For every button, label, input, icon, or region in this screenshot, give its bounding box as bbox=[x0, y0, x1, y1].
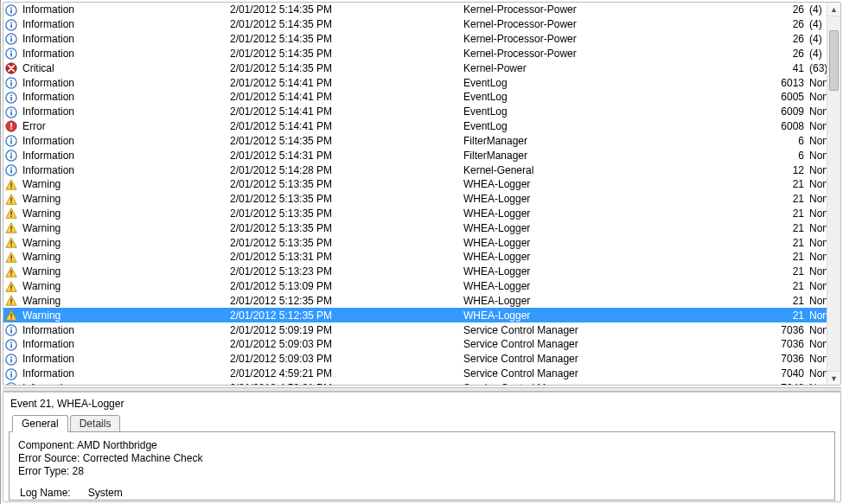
cell-date: 2/01/2012 5:09:03 PM bbox=[228, 352, 462, 367]
cell-event-id: 21 bbox=[764, 308, 808, 322]
tab-details[interactable]: Details bbox=[70, 415, 121, 432]
cell-source: WHEA-Logger bbox=[462, 207, 764, 221]
table-row[interactable]: Information2/01/2012 5:14:41 PMEventLog6… bbox=[3, 75, 840, 90]
table-row[interactable]: Warning2/01/2012 5:13:31 PMWHEA-Logger21… bbox=[3, 250, 840, 265]
cell-date: 2/01/2012 5:14:35 PM bbox=[228, 3, 462, 17]
table-row[interactable]: Warning2/01/2012 5:12:35 PMWHEA-Logger21… bbox=[3, 294, 840, 309]
scroll-down-button[interactable]: ▼ bbox=[827, 371, 840, 385]
cell-date: 2/01/2012 5:13:35 PM bbox=[228, 235, 462, 250]
cell-event-id: 7036 bbox=[764, 337, 808, 352]
info-icon bbox=[3, 337, 21, 352]
cell-event-id: 6 bbox=[764, 148, 808, 163]
cell-event-id: 26 bbox=[764, 46, 808, 61]
detail-line: Component: AMD Northbridge bbox=[18, 439, 826, 452]
cell-level: Warning bbox=[21, 279, 228, 294]
svg-rect-42 bbox=[10, 216, 11, 217]
svg-rect-60 bbox=[10, 303, 11, 304]
cell-level: Information bbox=[21, 337, 228, 352]
vertical-scrollbar[interactable]: ▲ ▼ bbox=[827, 3, 840, 385]
table-row[interactable]: Information2/01/2012 4:59:21 PMService C… bbox=[3, 381, 840, 386]
table-row[interactable]: Warning2/01/2012 5:13:35 PMWHEA-Logger21… bbox=[3, 220, 840, 235]
cell-event-id: 21 bbox=[764, 250, 808, 265]
cell-date: 2/01/2012 5:13:35 PM bbox=[228, 207, 462, 221]
svg-rect-30 bbox=[10, 153, 12, 155]
cell-date: 2/01/2012 5:14:28 PM bbox=[228, 163, 462, 177]
svg-rect-18 bbox=[10, 94, 12, 96]
table-row[interactable]: Information2/01/2012 5:14:35 PMKernel-Pr… bbox=[3, 32, 840, 47]
cell-event-id: 12 bbox=[764, 163, 808, 177]
info-icon bbox=[3, 381, 21, 386]
event-table[interactable]: Information2/01/2012 5:14:35 PMKernel-Pr… bbox=[3, 3, 840, 385]
table-row[interactable]: Information2/01/2012 5:14:31 PMFilterMan… bbox=[3, 148, 840, 163]
scroll-thumb[interactable] bbox=[829, 30, 839, 91]
table-row[interactable]: Warning2/01/2012 5:13:09 PMWHEA-Logger21… bbox=[3, 279, 840, 294]
cell-source: Kernel-Power bbox=[462, 61, 764, 75]
cell-event-id: 7036 bbox=[764, 352, 808, 367]
table-row[interactable]: Information2/01/2012 5:14:28 PMKernel-Ge… bbox=[3, 163, 840, 177]
cell-source: WHEA-Logger bbox=[462, 265, 764, 279]
cell-source: FilterManager bbox=[462, 133, 764, 148]
info-icon bbox=[3, 32, 21, 47]
cell-event-id: 21 bbox=[764, 279, 808, 294]
svg-rect-65 bbox=[10, 329, 12, 333]
cell-level: Warning bbox=[21, 192, 228, 207]
cell-level: Information bbox=[21, 75, 228, 90]
cell-source: Kernel-Processor-Power bbox=[462, 32, 764, 47]
cell-date: 2/01/2012 5:14:35 PM bbox=[228, 17, 462, 32]
table-row[interactable]: Information2/01/2012 5:09:19 PMService C… bbox=[3, 322, 840, 337]
table-row[interactable]: Information2/01/2012 5:14:35 PMKernel-Pr… bbox=[3, 17, 840, 32]
svg-rect-74 bbox=[10, 373, 12, 377]
svg-rect-1 bbox=[10, 10, 12, 13]
svg-rect-23 bbox=[10, 124, 12, 128]
cell-event-id: 6008 bbox=[764, 119, 808, 134]
cell-event-id: 41 bbox=[764, 61, 808, 75]
cell-level: Critical bbox=[21, 61, 228, 75]
tab-general[interactable]: General bbox=[12, 415, 68, 432]
table-row[interactable]: Information2/01/2012 5:09:03 PMService C… bbox=[3, 352, 840, 367]
cell-date: 2/01/2012 5:14:31 PM bbox=[228, 148, 462, 163]
cell-level: Information bbox=[21, 17, 228, 32]
table-row[interactable]: Critical2/01/2012 5:14:35 PMKernel-Power… bbox=[3, 61, 840, 75]
cell-event-id: 7036 bbox=[764, 322, 808, 337]
table-row[interactable]: Information2/01/2012 5:14:35 PMKernel-Pr… bbox=[3, 3, 840, 17]
table-row[interactable]: Information2/01/2012 5:14:35 PMKernel-Pr… bbox=[3, 46, 840, 61]
svg-rect-39 bbox=[10, 201, 11, 202]
warning-icon bbox=[3, 220, 21, 235]
svg-rect-45 bbox=[10, 231, 11, 232]
table-row[interactable]: Information2/01/2012 5:14:41 PMEventLog6… bbox=[3, 90, 840, 105]
table-row[interactable]: Error2/01/2012 5:14:41 PMEventLog6008Non… bbox=[3, 119, 840, 134]
table-row[interactable]: Warning2/01/2012 5:13:35 PMWHEA-Logger21… bbox=[3, 207, 840, 221]
cell-date: 2/01/2012 5:14:41 PM bbox=[228, 75, 462, 90]
cell-source: Kernel-Processor-Power bbox=[462, 17, 764, 32]
table-row[interactable]: Information2/01/2012 4:59:21 PMService C… bbox=[3, 367, 840, 381]
svg-rect-5 bbox=[10, 22, 12, 23]
svg-rect-57 bbox=[10, 289, 11, 290]
table-row[interactable]: Warning2/01/2012 5:13:35 PMWHEA-Logger21… bbox=[3, 235, 840, 250]
cell-level: Information bbox=[21, 352, 228, 367]
cell-event-id: 26 bbox=[764, 32, 808, 47]
table-row[interactable]: Warning2/01/2012 5:12:35 PMWHEA-Logger21… bbox=[3, 308, 840, 322]
cell-level: Information bbox=[21, 381, 228, 386]
scroll-up-button[interactable]: ▲ bbox=[827, 3, 840, 16]
svg-rect-51 bbox=[10, 260, 11, 261]
cell-source: EventLog bbox=[462, 105, 764, 119]
svg-rect-38 bbox=[10, 197, 11, 201]
info-icon bbox=[3, 90, 21, 105]
table-row[interactable]: Information2/01/2012 5:14:41 PMEventLog6… bbox=[3, 105, 840, 119]
table-row[interactable]: Warning2/01/2012 5:13:23 PMWHEA-Logger21… bbox=[3, 265, 840, 279]
svg-rect-44 bbox=[10, 226, 11, 230]
svg-rect-41 bbox=[10, 212, 11, 215]
table-row[interactable]: Warning2/01/2012 5:13:35 PMWHEA-Logger21… bbox=[3, 192, 840, 207]
table-row[interactable]: Information2/01/2012 5:09:03 PMService C… bbox=[3, 337, 840, 352]
svg-rect-11 bbox=[10, 51, 12, 53]
cell-level: Information bbox=[21, 163, 228, 177]
cell-date: 2/01/2012 5:13:31 PM bbox=[228, 250, 462, 265]
svg-rect-56 bbox=[10, 284, 11, 288]
table-row[interactable]: Warning2/01/2012 5:13:35 PMWHEA-Logger21… bbox=[3, 177, 840, 192]
cell-date: 2/01/2012 4:59:21 PM bbox=[228, 381, 462, 386]
svg-rect-33 bbox=[10, 167, 12, 169]
cell-date: 2/01/2012 5:09:03 PM bbox=[228, 337, 462, 352]
cell-level: Information bbox=[21, 90, 228, 105]
svg-rect-62 bbox=[10, 314, 11, 317]
table-row[interactable]: Information2/01/2012 5:14:35 PMFilterMan… bbox=[3, 133, 840, 148]
